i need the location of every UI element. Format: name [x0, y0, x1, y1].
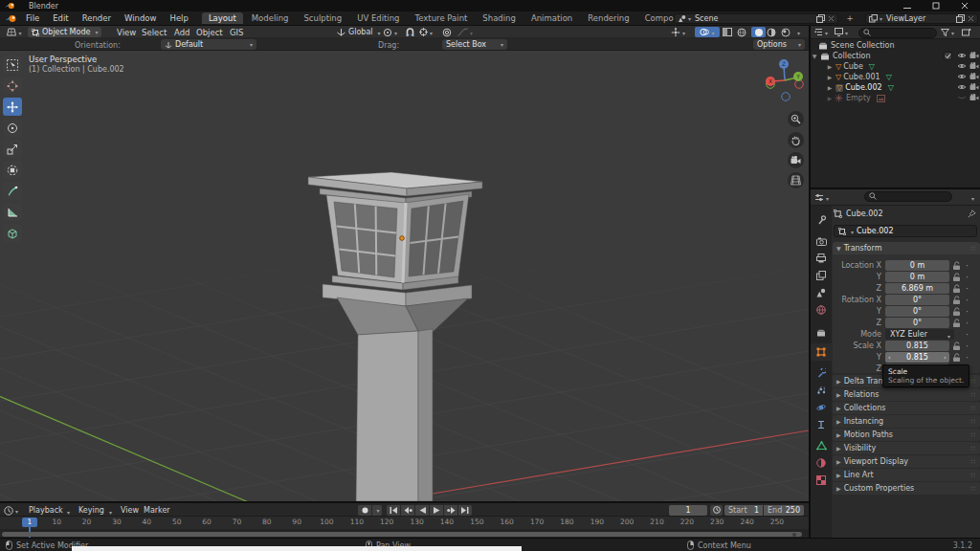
- tab-layout[interactable]: Layout: [202, 12, 243, 24]
- drag-handle-icon[interactable]: ∷: [971, 485, 976, 493]
- new-scene-icon[interactable]: [816, 14, 825, 23]
- scale-x-field[interactable]: 0.815: [885, 341, 949, 351]
- outliner-label[interactable]: Cube.001: [843, 73, 880, 81]
- timeline-ruler[interactable]: 1102030405060708090100110120130140150160…: [0, 517, 809, 529]
- transform-orientation-selector[interactable]: Global: [337, 27, 381, 37]
- ruler-frame-label[interactable]: 200: [615, 518, 638, 526]
- snap-toggle-button[interactable]: [406, 27, 414, 37]
- menu-add[interactable]: Add: [174, 28, 189, 37]
- ruler-frame-label[interactable]: 210: [646, 518, 669, 526]
- ruler-frame-label[interactable]: 150: [465, 518, 488, 526]
- camera-icon[interactable]: [969, 52, 979, 59]
- ruler-frame-label[interactable]: 10: [45, 518, 68, 526]
- tab-constraints[interactable]: [811, 416, 832, 433]
- drag-handle-icon[interactable]: ∷: [971, 445, 976, 452]
- zoom-view-button[interactable]: [788, 111, 804, 127]
- add-workspace-button[interactable]: +: [839, 12, 859, 24]
- decorator-dot-icon[interactable]: ·: [966, 260, 969, 271]
- camera-icon[interactable]: [969, 83, 979, 91]
- jump-to-start-button[interactable]: [387, 505, 400, 516]
- expander-icon[interactable]: ▶: [826, 95, 834, 101]
- ruler-frame-label[interactable]: 230: [705, 518, 728, 526]
- blender-logo-icon[interactable]: [5, 14, 17, 23]
- menu-keying[interactable]: Keying: [78, 506, 104, 515]
- orientation-dropdown[interactable]: Default: [161, 39, 256, 50]
- ruler-frame-label[interactable]: 190: [586, 518, 609, 526]
- ruler-frame-label[interactable]: 250: [766, 518, 789, 526]
- ruler-frame-label[interactable]: 120: [375, 518, 398, 526]
- lock-icon[interactable]: [952, 284, 961, 294]
- panel-instancing[interactable]: ▶Instancing∷: [833, 415, 980, 428]
- decorator-dot-icon[interactable]: ·: [966, 272, 969, 282]
- drag-dropdown[interactable]: Select Box: [442, 39, 507, 50]
- decorator-dot-icon[interactable]: ·: [966, 329, 969, 340]
- select-box-tool-button[interactable]: [3, 55, 22, 74]
- annotate-tool-button[interactable]: [3, 182, 22, 200]
- perspective-toggle-button[interactable]: [788, 172, 804, 188]
- ruler-frame-label[interactable]: 160: [496, 518, 519, 526]
- panel-collections[interactable]: ▶Collections∷: [833, 402, 980, 414]
- ruler-frame-label[interactable]: 130: [406, 518, 429, 526]
- menu-timeline-view[interactable]: View: [121, 506, 139, 515]
- scale-tool-button[interactable]: [3, 140, 22, 158]
- scene-selector[interactable]: Scene: [674, 13, 838, 24]
- outliner-display-mode-button[interactable]: [835, 27, 848, 37]
- drag-handle-icon[interactable]: ∷: [971, 378, 976, 386]
- camera-icon[interactable]: [969, 62, 979, 70]
- lock-icon[interactable]: [952, 296, 961, 305]
- tab-material[interactable]: [811, 454, 832, 472]
- outliner-row-cube-002[interactable]: ▶ ▽ Cube.002 ▽: [811, 82, 980, 93]
- remove-view-layer-icon[interactable]: [968, 15, 974, 22]
- add-cube-tool-button[interactable]: [3, 224, 22, 242]
- auto-keyframe-dropdown[interactable]: [372, 505, 382, 516]
- tab-rendering[interactable]: Rendering: [581, 12, 635, 24]
- breadcrumb-object-name[interactable]: Cube.002: [846, 209, 882, 218]
- tab-modifiers[interactable]: [811, 364, 832, 382]
- expander-icon[interactable]: ▶: [826, 63, 834, 70]
- rotation-x-field[interactable]: 0°: [885, 295, 949, 305]
- new-collection-button[interactable]: [962, 27, 971, 37]
- cursor-tool-button[interactable]: [3, 77, 22, 95]
- minimize-button[interactable]: [894, 0, 921, 11]
- decorator-dot-icon[interactable]: ·: [966, 341, 969, 351]
- auto-keyframe-button[interactable]: [358, 505, 371, 516]
- decorator-dot-icon[interactable]: ·: [966, 306, 969, 317]
- decorator-dot-icon[interactable]: ·: [966, 295, 969, 305]
- menu-playback[interactable]: Playback: [29, 506, 63, 515]
- drag-handle-icon[interactable]: ∷: [971, 458, 976, 466]
- ruler-frame-label[interactable]: 70: [225, 518, 248, 526]
- properties-search-input[interactable]: [864, 191, 952, 202]
- outliner-label[interactable]: Collection: [833, 52, 871, 60]
- falloff-button[interactable]: [457, 27, 473, 37]
- transform-panel-header[interactable]: ▼ Transform ∷: [833, 242, 980, 254]
- play-button[interactable]: [430, 505, 443, 516]
- overlays-button[interactable]: [695, 27, 720, 37]
- menu-select[interactable]: Select: [142, 28, 167, 37]
- tab-uv-editing[interactable]: UV Editing: [350, 12, 406, 24]
- drag-handle-icon[interactable]: ∷: [971, 418, 976, 426]
- object-origin-dot[interactable]: [400, 236, 405, 241]
- eye-icon[interactable]: [957, 52, 967, 59]
- ruler-frame-label[interactable]: 100: [316, 518, 339, 526]
- outliner-label[interactable]: Scene Collection: [831, 41, 895, 50]
- editor-type-button[interactable]: [4, 27, 25, 37]
- scene-name[interactable]: Scene: [695, 14, 718, 23]
- ruler-frame-label[interactable]: 20: [76, 518, 99, 526]
- menu-gis[interactable]: GIS: [230, 28, 244, 37]
- proportional-editing-button[interactable]: [442, 27, 452, 37]
- decrement-arrow-icon[interactable]: ‹: [888, 354, 891, 362]
- decorator-dot-icon[interactable]: ·: [966, 352, 969, 363]
- chevron-down-icon[interactable]: [969, 193, 974, 203]
- tab-sculpting[interactable]: Sculpting: [297, 12, 348, 24]
- rotation-z-field[interactable]: 0°: [885, 318, 949, 328]
- object-name-value[interactable]: Cube.002: [857, 227, 893, 235]
- eye-icon[interactable]: [957, 62, 967, 70]
- ruler-frame-label[interactable]: 60: [195, 518, 218, 526]
- ruler-frame-label[interactable]: 240: [736, 518, 759, 526]
- pivot-point-button[interactable]: [383, 27, 397, 37]
- expander-icon[interactable]: ▶: [826, 84, 834, 91]
- frame-end-field[interactable]: End 250: [764, 505, 804, 516]
- tab-object[interactable]: [811, 343, 832, 361]
- outliner-row-cube[interactable]: ▶ ▽ Cube ▽: [811, 61, 980, 72]
- drag-handle-icon[interactable]: ∷: [971, 245, 976, 253]
